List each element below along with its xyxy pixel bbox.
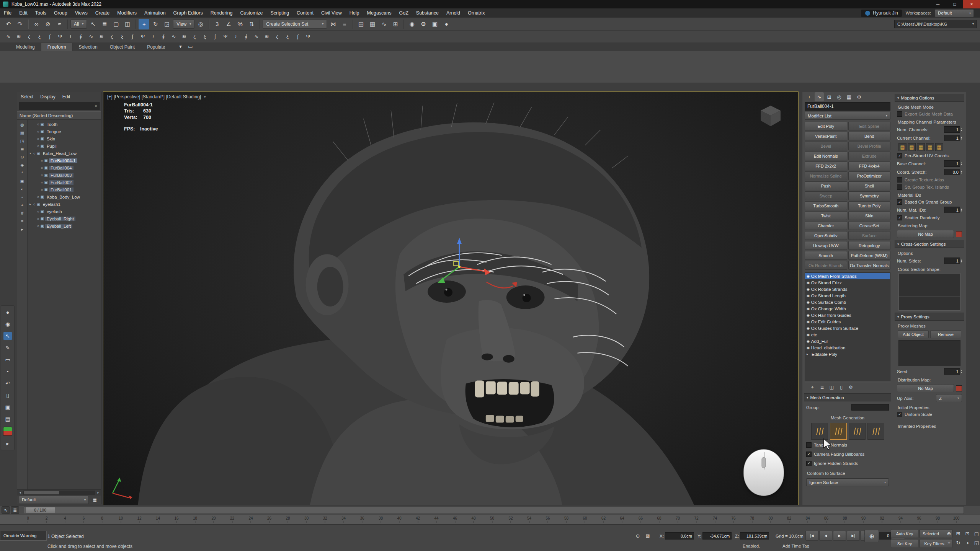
ornatrix-warning-window[interactable]: Ornatrix Warning bbox=[0, 531, 47, 541]
scene-object-label[interactable]: eyelash1 bbox=[41, 202, 62, 207]
ornatrix-tool-icon-16[interactable]: ∮ bbox=[159, 32, 168, 41]
ornatrix-tool-icon-27[interactable]: ζ bbox=[273, 32, 282, 41]
ape-head-model[interactable] bbox=[103, 92, 798, 505]
group-tex-islands-checkbox[interactable] bbox=[897, 184, 902, 190]
ornatrix-tool-icon-28[interactable]: ξ bbox=[283, 32, 292, 41]
scene-object-row[interactable]: ○▣Koba_Body_Low bbox=[28, 193, 101, 201]
explorer-preset-dropdown[interactable]: Default ▾ bbox=[19, 496, 89, 504]
scrollbar-thumb[interactable] bbox=[24, 491, 59, 494]
modifier-button-ffd-4x4x4[interactable]: FFD 4x4x4 bbox=[848, 161, 891, 170]
ornatrix-tool-icon-1[interactable]: ∿ bbox=[4, 32, 13, 41]
modifier-button-ffd-2x2x2[interactable]: FFD 2x2x2 bbox=[805, 161, 847, 170]
map-slot-icon-5[interactable]: ▦ bbox=[935, 143, 943, 151]
timeline-tick-28[interactable]: 28 bbox=[286, 516, 290, 523]
scene-object-row[interactable]: ○▣Eyeball_Right bbox=[28, 215, 101, 222]
workspace-dropdown[interactable]: Default ▾ bbox=[935, 9, 974, 17]
rollout-mesh-generation[interactable]: ▾ Mesh Generation bbox=[804, 393, 891, 401]
base-channel-spinner[interactable]: 1 ▴▾ bbox=[944, 160, 962, 167]
hide-toggle-icon[interactable]: ○ bbox=[37, 144, 39, 148]
named-selection-set-field[interactable]: Create Selection Set▾ bbox=[263, 20, 327, 29]
timeline-tick-34[interactable]: 34 bbox=[341, 516, 346, 523]
spinner-down-icon[interactable]: ▾ bbox=[961, 372, 962, 373]
zoom-extents-icon[interactable]: ⊡ bbox=[963, 529, 972, 538]
explorer-filter-icon-11[interactable]: + bbox=[18, 201, 26, 209]
modifier-button-vertexpaint[interactable]: VertexPaint bbox=[805, 132, 847, 140]
num-channels-spinner[interactable]: 1 ▴▾ bbox=[944, 126, 962, 133]
menu-item-content[interactable]: Content bbox=[293, 8, 317, 18]
timeline-tick-12[interactable]: 12 bbox=[137, 516, 141, 523]
timeline-tick-30[interactable]: 30 bbox=[304, 516, 309, 523]
modify-tab-icon[interactable]: ∿ bbox=[815, 92, 824, 101]
timeline-tick-66[interactable]: 66 bbox=[639, 516, 643, 523]
current-channel-spinner[interactable]: 1 ▴▾ bbox=[944, 135, 962, 141]
visibility-eye-icon[interactable]: ◉ bbox=[3, 320, 12, 328]
render-production-icon[interactable]: ● bbox=[441, 19, 452, 29]
scroll-left-icon[interactable]: ◂ bbox=[17, 491, 23, 494]
clear-search-icon[interactable]: × bbox=[95, 104, 97, 108]
menu-item-customize[interactable]: Customize bbox=[236, 8, 266, 18]
ornatrix-tool-icon-3[interactable]: ζ bbox=[24, 32, 34, 41]
menu-item-ornatrix[interactable]: Ornatrix bbox=[464, 8, 488, 18]
modifier-button-pathdeform-wsm[interactable]: PathDeform (WSM) bbox=[848, 251, 891, 260]
hide-toggle-icon[interactable]: ○ bbox=[37, 195, 39, 199]
timeline-tick-46[interactable]: 46 bbox=[453, 516, 457, 523]
explorer-sort-header[interactable]: Name (Sorted Descending) bbox=[17, 111, 101, 120]
viewport-menu-icon[interactable]: ▾ bbox=[204, 95, 206, 99]
spinner-down-icon[interactable]: ▾ bbox=[961, 210, 962, 212]
mesh-type-proxy-icon[interactable] bbox=[811, 423, 828, 440]
timeline-tick-72[interactable]: 72 bbox=[694, 516, 698, 523]
ornatrix-tool-icon-12[interactable]: ξ bbox=[118, 32, 127, 41]
dot-marker-icon[interactable]: • bbox=[3, 367, 12, 376]
open-mini-curve-editor-icon[interactable]: ∿ bbox=[2, 506, 10, 514]
toggle-scene-explorer-icon[interactable]: ▤ bbox=[356, 19, 366, 29]
timeline-tick-76[interactable]: 76 bbox=[731, 516, 735, 523]
menu-item-civil-view[interactable]: Civil View bbox=[317, 8, 346, 18]
spinner-down-icon[interactable]: ▾ bbox=[961, 130, 962, 132]
scene-object-label[interactable]: Skin bbox=[45, 137, 57, 141]
create-tab-icon[interactable]: + bbox=[805, 92, 814, 101]
scene-object-label[interactable]: Koba_Head_Low bbox=[41, 151, 78, 156]
curve-editor-icon[interactable]: ∿ bbox=[379, 19, 389, 29]
signed-in-user[interactable]: Hyunsuk Jin bbox=[861, 10, 902, 17]
select-link-icon[interactable]: ∞ bbox=[31, 19, 42, 29]
timeline-tick-70[interactable]: 70 bbox=[676, 516, 680, 523]
display-tab-icon[interactable]: ▦ bbox=[844, 92, 854, 101]
timeline-tick-62[interactable]: 62 bbox=[601, 516, 606, 523]
play-button[interactable]: ▶ bbox=[833, 531, 846, 541]
select-and-move-icon[interactable]: + bbox=[139, 19, 149, 29]
modifier-button-smooth[interactable]: Smooth bbox=[805, 251, 847, 260]
seed-spinner[interactable]: 1 ▴▾ bbox=[944, 368, 962, 375]
configure-modifier-sets-icon[interactable]: ⚙ bbox=[848, 384, 854, 391]
spinner-value[interactable]: 1 bbox=[944, 160, 960, 167]
zoom-all-icon[interactable]: ⊞ bbox=[954, 529, 962, 538]
hide-toggle-icon[interactable]: ○ bbox=[41, 188, 43, 192]
ornatrix-tool-icon-11[interactable]: ζ bbox=[107, 32, 116, 41]
remove-button[interactable]: Remove bbox=[930, 330, 961, 338]
spinner-down-icon[interactable]: ▾ bbox=[961, 164, 962, 166]
camera-facing-billboards-checkbox[interactable]: ✓ bbox=[806, 452, 812, 457]
hide-toggle-icon[interactable]: ○ bbox=[37, 137, 39, 141]
explorer-search-field[interactable]: × bbox=[19, 102, 100, 110]
ribbon-tab-object-paint[interactable]: Object Paint bbox=[104, 43, 141, 51]
scrollbar-track[interactable] bbox=[23, 491, 95, 495]
timeline-tick-94[interactable]: 94 bbox=[898, 516, 903, 523]
ribbon-tab-populate[interactable]: Populate bbox=[141, 43, 171, 51]
ornatrix-tool-icon-6[interactable]: Ψ bbox=[56, 32, 65, 41]
ornatrix-tool-icon-20[interactable]: ξ bbox=[200, 32, 209, 41]
menu-item-help[interactable]: Help bbox=[346, 8, 363, 18]
scene-object-row[interactable]: ○▣FurBall002 bbox=[28, 179, 101, 186]
timeline-tick-8[interactable]: 8 bbox=[101, 516, 103, 523]
scene-object-label[interactable]: Tongue bbox=[45, 129, 63, 134]
spinner-value[interactable]: 1 bbox=[944, 207, 960, 213]
auto-key-button[interactable]: Auto Key bbox=[891, 529, 918, 538]
explorer-settings-icon[interactable]: ≣ bbox=[90, 495, 100, 504]
timeline-tick-36[interactable]: 36 bbox=[360, 516, 364, 523]
spinner-snap-toggle-icon[interactable]: ⇅ bbox=[246, 19, 257, 29]
timeline-tick-56[interactable]: 56 bbox=[546, 516, 550, 523]
render-setup-icon[interactable]: ⚙ bbox=[418, 19, 429, 29]
modifier-button-turbosmooth[interactable]: TurboSmooth bbox=[805, 201, 847, 210]
explorer-filter-icon-8[interactable]: ▣ bbox=[18, 177, 26, 185]
ornatrix-tool-icon-18[interactable]: ≋ bbox=[180, 32, 189, 41]
modifier-stack-item-ox-strand-frizz[interactable]: ◉Ox Strand Frizz bbox=[805, 279, 890, 286]
modifier-stack-item-ox-strand-length[interactable]: ◉Ox Strand Length bbox=[805, 292, 890, 299]
